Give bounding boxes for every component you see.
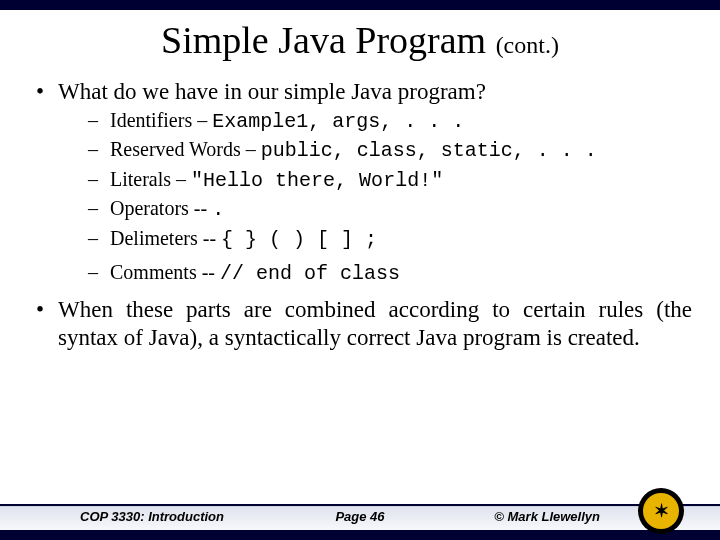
sub-bullet-comments: Comments -- // end of class	[88, 260, 692, 286]
sub-bullet-reserved-words: Reserved Words – public, class, static, …	[88, 137, 692, 163]
bullet-paragraph: When these parts are combined according …	[34, 296, 692, 352]
slide: Simple Java Program (cont.) What do we h…	[0, 0, 720, 540]
sub-code: .	[212, 198, 224, 221]
slide-title: Simple Java Program (cont.)	[0, 18, 720, 62]
slide-content: What do we have in our simple Java progr…	[34, 78, 692, 358]
title-continuation: (cont.)	[496, 32, 559, 58]
top-accent-bar	[0, 0, 720, 10]
sub-code: // end of class	[220, 262, 400, 285]
bullet-paragraph-text: When these parts are combined according …	[58, 297, 692, 350]
sub-label: Literals –	[110, 168, 191, 190]
logo-disc-icon: ✶	[643, 493, 679, 529]
sub-label: Operators --	[110, 197, 212, 219]
slide-footer: COP 3330: Introduction Page 46 © Mark Ll…	[0, 496, 720, 540]
sub-code: "Hello there, World!"	[191, 169, 443, 192]
footer-bottom-bar	[0, 530, 720, 540]
sub-bullet-identifiers: Identifiers – Example1, args, . . .	[88, 108, 692, 134]
sub-bullet-delimiters: Delimeters -- { } ( ) [ ] ;	[88, 226, 692, 252]
bullet-question-text: What do we have in our simple Java progr…	[58, 79, 486, 104]
ucf-logo: ✶	[638, 488, 684, 534]
title-main: Simple Java Program	[161, 19, 496, 61]
sub-code: { } ( ) [ ] ;	[221, 228, 377, 251]
sub-label: Comments --	[110, 261, 220, 283]
sub-code: Example1, args, . . .	[212, 110, 464, 133]
sub-bullet-list: Identifiers – Example1, args, . . . Rese…	[88, 108, 692, 286]
sub-bullet-literals: Literals – "Hello there, World!"	[88, 167, 692, 193]
sub-label: Identifiers –	[110, 109, 212, 131]
footer-text-row: COP 3330: Introduction Page 46 © Mark Ll…	[0, 509, 720, 527]
footer-page-number: Page 46	[0, 509, 720, 524]
footer-copyright: © Mark Llewellyn	[494, 509, 600, 524]
sub-code: public, class, static, . . .	[261, 139, 597, 162]
sub-bullet-operators: Operators -- .	[88, 196, 692, 222]
bullet-question: What do we have in our simple Java progr…	[34, 78, 692, 286]
sub-label: Reserved Words –	[110, 138, 261, 160]
pegasus-icon: ✶	[654, 500, 669, 522]
sub-label: Delimeters --	[110, 227, 221, 249]
